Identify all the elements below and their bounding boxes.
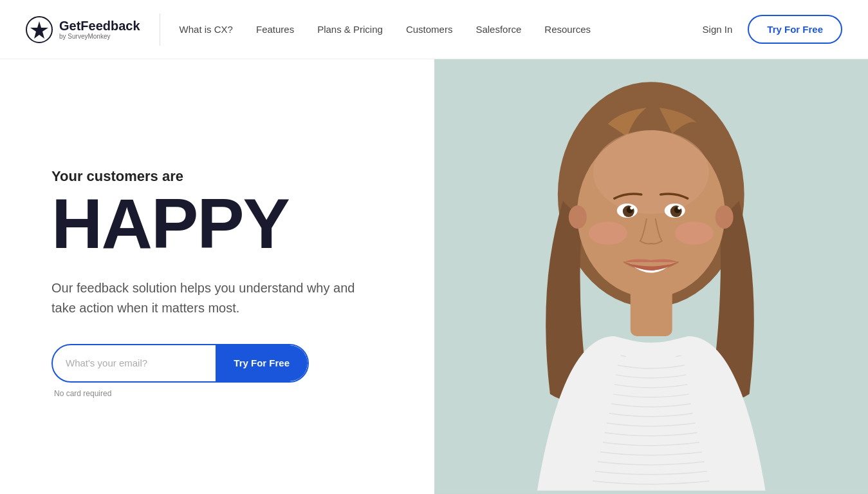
nav-item-resources[interactable]: Resources xyxy=(544,24,591,35)
svg-point-13 xyxy=(630,207,633,210)
logo[interactable]: GetFeedback by SurveyMonkey xyxy=(26,16,140,43)
svg-point-16 xyxy=(674,222,713,245)
nav-links: What is CX? Features Plans & Pricing Cus… xyxy=(180,24,703,35)
sign-in-link[interactable]: Sign In xyxy=(703,24,733,35)
hero-image xyxy=(434,59,869,494)
navbar: GetFeedback by SurveyMonkey What is CX? … xyxy=(0,0,868,59)
hero-content: Your customers are HAPPY Our feedback so… xyxy=(0,59,434,494)
svg-point-14 xyxy=(678,207,681,210)
brand-name: GetFeedback xyxy=(59,19,140,33)
hero-subtitle: Your customers are xyxy=(51,168,396,185)
email-input[interactable] xyxy=(53,357,216,368)
svg-point-15 xyxy=(588,222,627,245)
hero-title: HAPPY xyxy=(51,190,396,258)
nav-divider xyxy=(160,14,160,46)
logo-icon xyxy=(26,16,53,43)
brand-sub: by SurveyMonkey xyxy=(59,33,140,40)
hero-woman-illustration xyxy=(434,59,869,494)
nav-item-salesforce[interactable]: Salesforce xyxy=(476,24,521,35)
svg-point-17 xyxy=(568,205,586,229)
nav-item-features[interactable]: Features xyxy=(256,24,294,35)
svg-point-6 xyxy=(593,130,708,214)
no-card-text: No card required xyxy=(51,389,396,398)
try-free-nav-button[interactable]: Try For Free xyxy=(748,15,842,44)
nav-item-customers[interactable]: Customers xyxy=(406,24,453,35)
nav-item-what-is-cx[interactable]: What is CX? xyxy=(180,24,233,35)
nav-actions: Sign In Try For Free xyxy=(703,15,842,44)
hero-section: Your customers are HAPPY Our feedback so… xyxy=(0,59,868,494)
svg-point-18 xyxy=(715,205,733,229)
nav-item-plans-pricing[interactable]: Plans & Pricing xyxy=(317,24,383,35)
email-form: Try For Free xyxy=(51,344,309,383)
svg-marker-1 xyxy=(30,21,48,39)
hero-description: Our feedback solution helps you understa… xyxy=(51,278,360,318)
try-free-hero-button[interactable]: Try For Free xyxy=(216,345,308,381)
